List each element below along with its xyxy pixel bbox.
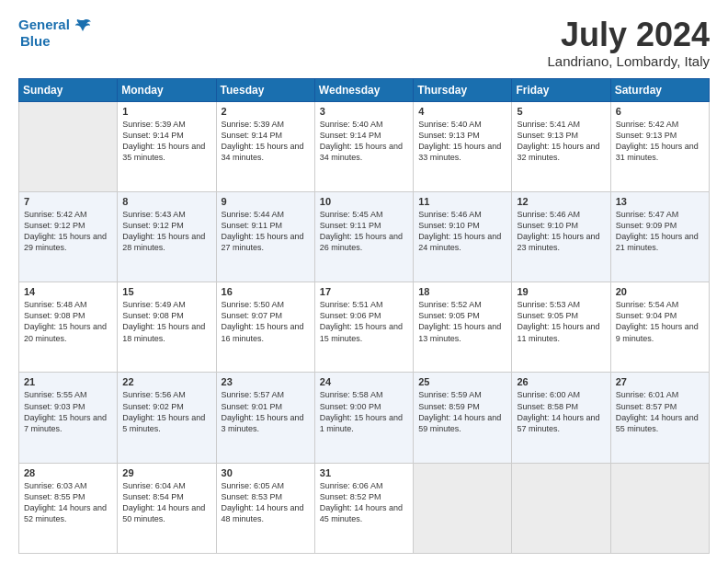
- calendar-cell: 15 Sunrise: 5:49 AMSunset: 9:08 PMDaylig…: [118, 282, 216, 373]
- day-number: 16: [222, 286, 310, 297]
- logo-text: General: [18, 17, 92, 33]
- day-number: 12: [517, 196, 605, 207]
- day-number: 20: [616, 286, 704, 297]
- calendar-cell: 23 Sunrise: 5:57 AMSunset: 9:01 PMDaylig…: [216, 373, 314, 463]
- day-info: Sunrise: 5:51 AMSunset: 9:06 PMDaylight:…: [320, 299, 408, 344]
- weekday-header-monday: Monday: [118, 78, 216, 101]
- day-number: 14: [24, 286, 112, 297]
- calendar-cell: 31 Sunrise: 6:06 AMSunset: 8:52 PMDaylig…: [314, 463, 413, 553]
- day-number: 1: [122, 106, 210, 117]
- calendar-cell: 19 Sunrise: 5:53 AMSunset: 9:05 PMDaylig…: [512, 282, 610, 373]
- calendar-cell: 7 Sunrise: 5:42 AMSunset: 9:12 PMDayligh…: [19, 191, 118, 282]
- day-info: Sunrise: 5:40 AMSunset: 9:13 PMDaylight:…: [418, 119, 506, 164]
- day-number: 17: [320, 286, 408, 297]
- day-info: Sunrise: 5:50 AMSunset: 9:07 PMDaylight:…: [222, 299, 310, 344]
- logo-bird-icon: [75, 18, 92, 33]
- calendar-cell: 11 Sunrise: 5:46 AMSunset: 9:10 PMDaylig…: [414, 191, 512, 282]
- day-number: 2: [222, 106, 310, 117]
- day-number: 9: [222, 196, 310, 207]
- calendar-cell: [512, 463, 610, 553]
- calendar-cell: 28 Sunrise: 6:03 AMSunset: 8:55 PMDaylig…: [19, 463, 118, 553]
- calendar-cell: 27 Sunrise: 6:01 AMSunset: 8:57 PMDaylig…: [610, 373, 709, 463]
- calendar-cell: 6 Sunrise: 5:42 AMSunset: 9:13 PMDayligh…: [610, 101, 709, 191]
- calendar-cell: 16 Sunrise: 5:50 AMSunset: 9:07 PMDaylig…: [216, 282, 314, 373]
- day-info: Sunrise: 5:53 AMSunset: 9:05 PMDaylight:…: [517, 299, 605, 344]
- day-info: Sunrise: 5:42 AMSunset: 9:12 PMDaylight:…: [24, 209, 112, 254]
- month-title: July 2024: [548, 17, 711, 53]
- logo-general: General: [18, 17, 70, 32]
- day-number: 22: [122, 376, 210, 387]
- day-number: 10: [320, 196, 408, 207]
- day-info: Sunrise: 5:55 AMSunset: 9:03 PMDaylight:…: [24, 389, 112, 434]
- day-info: Sunrise: 6:01 AMSunset: 8:57 PMDaylight:…: [616, 389, 704, 434]
- calendar-cell: 24 Sunrise: 5:58 AMSunset: 9:00 PMDaylig…: [314, 373, 413, 463]
- day-info: Sunrise: 5:57 AMSunset: 9:01 PMDaylight:…: [222, 389, 310, 434]
- week-row-1: 1 Sunrise: 5:39 AMSunset: 9:14 PMDayligh…: [19, 101, 710, 191]
- day-number: 15: [122, 286, 210, 297]
- day-number: 27: [616, 376, 704, 387]
- day-number: 28: [24, 467, 112, 478]
- day-number: 8: [122, 196, 210, 207]
- week-row-5: 28 Sunrise: 6:03 AMSunset: 8:55 PMDaylig…: [19, 463, 710, 553]
- calendar-cell: 8 Sunrise: 5:43 AMSunset: 9:12 PMDayligh…: [118, 191, 216, 282]
- day-info: Sunrise: 6:05 AMSunset: 8:53 PMDaylight:…: [222, 480, 310, 525]
- calendar-table: SundayMondayTuesdayWednesdayThursdayFrid…: [18, 78, 710, 554]
- location: Landriano, Lombardy, Italy: [548, 53, 711, 69]
- calendar-cell: 20 Sunrise: 5:54 AMSunset: 9:04 PMDaylig…: [610, 282, 709, 373]
- day-number: 21: [24, 376, 112, 387]
- day-info: Sunrise: 6:00 AMSunset: 8:58 PMDaylight:…: [517, 389, 605, 434]
- calendar-cell: 14 Sunrise: 5:48 AMSunset: 9:08 PMDaylig…: [19, 282, 118, 373]
- day-info: Sunrise: 6:04 AMSunset: 8:54 PMDaylight:…: [122, 480, 210, 525]
- day-info: Sunrise: 5:43 AMSunset: 9:12 PMDaylight:…: [122, 209, 210, 254]
- weekday-header-wednesday: Wednesday: [314, 78, 413, 101]
- week-row-2: 7 Sunrise: 5:42 AMSunset: 9:12 PMDayligh…: [19, 191, 710, 282]
- calendar-cell: 17 Sunrise: 5:51 AMSunset: 9:06 PMDaylig…: [314, 282, 413, 373]
- calendar-cell: 22 Sunrise: 5:56 AMSunset: 9:02 PMDaylig…: [118, 373, 216, 463]
- calendar-cell: [610, 463, 709, 553]
- day-info: Sunrise: 5:58 AMSunset: 9:00 PMDaylight:…: [320, 389, 408, 434]
- weekday-header-row: SundayMondayTuesdayWednesdayThursdayFrid…: [19, 78, 710, 101]
- day-info: Sunrise: 5:42 AMSunset: 9:13 PMDaylight:…: [616, 119, 704, 164]
- day-number: 24: [320, 376, 408, 387]
- day-info: Sunrise: 5:56 AMSunset: 9:02 PMDaylight:…: [122, 389, 210, 434]
- calendar-cell: 18 Sunrise: 5:52 AMSunset: 9:05 PMDaylig…: [414, 282, 512, 373]
- day-info: Sunrise: 6:03 AMSunset: 8:55 PMDaylight:…: [24, 480, 112, 525]
- day-info: Sunrise: 5:54 AMSunset: 9:04 PMDaylight:…: [616, 299, 704, 344]
- weekday-header-thursday: Thursday: [414, 78, 512, 101]
- calendar-cell: [414, 463, 512, 553]
- day-info: Sunrise: 6:06 AMSunset: 8:52 PMDaylight:…: [320, 480, 408, 525]
- logo: General Blue: [18, 17, 92, 49]
- day-info: Sunrise: 5:46 AMSunset: 9:10 PMDaylight:…: [418, 209, 506, 254]
- day-number: 25: [418, 376, 506, 387]
- day-info: Sunrise: 5:45 AMSunset: 9:11 PMDaylight:…: [320, 209, 408, 254]
- day-info: Sunrise: 5:48 AMSunset: 9:08 PMDaylight:…: [24, 299, 112, 344]
- calendar-cell: 12 Sunrise: 5:46 AMSunset: 9:10 PMDaylig…: [512, 191, 610, 282]
- day-number: 11: [418, 196, 506, 207]
- weekday-header-friday: Friday: [512, 78, 610, 101]
- day-info: Sunrise: 5:59 AMSunset: 8:59 PMDaylight:…: [418, 389, 506, 434]
- day-number: 23: [222, 376, 310, 387]
- day-number: 3: [320, 106, 408, 117]
- calendar-cell: 4 Sunrise: 5:40 AMSunset: 9:13 PMDayligh…: [414, 101, 512, 191]
- day-info: Sunrise: 5:40 AMSunset: 9:14 PMDaylight:…: [320, 119, 408, 164]
- day-number: 30: [222, 467, 310, 478]
- title-block: July 2024 Landriano, Lombardy, Italy: [548, 17, 711, 69]
- day-info: Sunrise: 5:39 AMSunset: 9:14 PMDaylight:…: [122, 119, 210, 164]
- calendar-cell: 26 Sunrise: 6:00 AMSunset: 8:58 PMDaylig…: [512, 373, 610, 463]
- weekday-header-sunday: Sunday: [19, 78, 118, 101]
- day-number: 31: [320, 467, 408, 478]
- day-number: 26: [517, 376, 605, 387]
- calendar-cell: 5 Sunrise: 5:41 AMSunset: 9:13 PMDayligh…: [512, 101, 610, 191]
- header: General Blue July 2024 Landriano, Lombar…: [18, 17, 710, 69]
- day-info: Sunrise: 5:39 AMSunset: 9:14 PMDaylight:…: [222, 119, 310, 164]
- week-row-4: 21 Sunrise: 5:55 AMSunset: 9:03 PMDaylig…: [19, 373, 710, 463]
- day-info: Sunrise: 5:49 AMSunset: 9:08 PMDaylight:…: [122, 299, 210, 344]
- calendar-cell: 3 Sunrise: 5:40 AMSunset: 9:14 PMDayligh…: [314, 101, 413, 191]
- calendar-cell: 13 Sunrise: 5:47 AMSunset: 9:09 PMDaylig…: [610, 191, 709, 282]
- day-info: Sunrise: 5:41 AMSunset: 9:13 PMDaylight:…: [517, 119, 605, 164]
- day-number: 19: [517, 286, 605, 297]
- page: General Blue July 2024 Landriano, Lombar…: [0, 0, 728, 563]
- calendar-cell: 10 Sunrise: 5:45 AMSunset: 9:11 PMDaylig…: [314, 191, 413, 282]
- day-number: 4: [418, 106, 506, 117]
- weekday-header-tuesday: Tuesday: [216, 78, 314, 101]
